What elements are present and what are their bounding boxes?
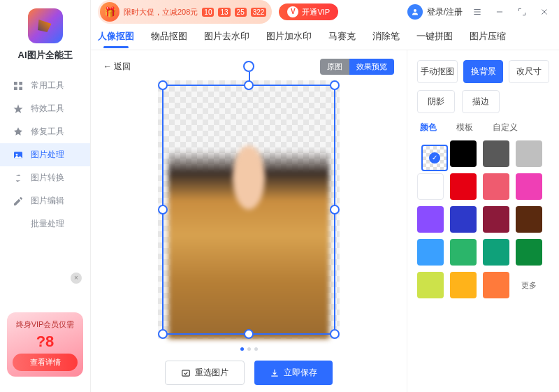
tab-compress[interactable]: 图片压缩 [470, 24, 506, 50]
handle-br[interactable] [330, 329, 340, 339]
subtab-template[interactable]: 模板 [456, 122, 473, 133]
sale-banner[interactable]: 🎁 限时大促，立减208元 10 13 25 322 [98, 0, 272, 24]
promo-price: ?8 [13, 333, 78, 351]
save-button[interactable]: 立即保存 [254, 361, 333, 385]
color-swatch[interactable] [483, 206, 509, 233]
reselect-image-button[interactable]: 重选图片 [165, 361, 245, 385]
login-button[interactable]: 登录/注册 [407, 4, 463, 20]
tab-remove-watermark[interactable]: 图片去水印 [204, 24, 249, 50]
color-swatch[interactable] [417, 206, 444, 233]
nav-repair-tools[interactable]: 修复工具 [0, 120, 90, 143]
vip-button[interactable]: V开通VIP [279, 3, 338, 20]
color-swatch[interactable] [516, 239, 542, 266]
close-promo-icon[interactable]: × [71, 273, 82, 284]
svg-point-6 [414, 9, 416, 12]
chip-shadow[interactable]: 阴影 [417, 90, 455, 113]
canvas[interactable] [158, 80, 340, 339]
maximize-button[interactable] [514, 4, 530, 20]
tab-eraser[interactable]: 消除笔 [372, 24, 400, 50]
nav-image-convert[interactable]: 图片转换 [0, 166, 90, 189]
nav-label: 常用工具 [31, 80, 64, 92]
color-swatch[interactable] [450, 206, 477, 233]
nav-batch-process[interactable]: 批量处理 [0, 212, 90, 235]
save-label: 立即保存 [284, 367, 317, 379]
tab-portrait-cutout[interactable]: 人像抠图 [98, 24, 134, 50]
nav-image-process[interactable]: 图片处理 [0, 143, 90, 166]
tool-tabs: 人像抠图 物品抠图 图片去水印 图片加水印 马赛克 消除笔 一键拼图 图片压缩 [91, 24, 559, 50]
color-swatch[interactable] [421, 145, 448, 171]
promo-card[interactable]: 终身VIP会员仅需 ?8 查看详情 [7, 312, 83, 377]
tab-collage[interactable]: 一键拼图 [416, 24, 453, 50]
nav-label: 图片编辑 [31, 195, 64, 207]
vip-badge-icon: V [287, 6, 298, 17]
page-dots [240, 347, 258, 351]
countdown-1: 13 [218, 8, 230, 17]
subtab-custom[interactable]: 自定义 [493, 122, 518, 133]
login-label: 登录/注册 [427, 6, 463, 18]
avatar-icon [407, 4, 423, 20]
color-swatch[interactable] [417, 239, 444, 266]
handle-bl[interactable] [158, 329, 168, 339]
nav-label: 图片处理 [31, 149, 64, 161]
color-swatch[interactable] [483, 173, 509, 200]
sale-text: 限时大促，立减208元 [124, 7, 198, 17]
nav-label: 修复工具 [31, 126, 64, 138]
handle-t[interactable] [244, 80, 254, 90]
color-swatch[interactable] [516, 140, 542, 167]
color-swatch[interactable] [417, 173, 444, 200]
app-logo [28, 8, 63, 43]
color-swatch[interactable] [417, 272, 444, 298]
rotate-handle[interactable] [243, 61, 254, 72]
promo-details-button[interactable]: 查看详情 [13, 354, 78, 371]
minimize-button[interactable] [492, 4, 507, 20]
tab-mosaic[interactable]: 马赛克 [328, 24, 356, 50]
nav-image-edit[interactable]: 图片编辑 [0, 189, 90, 212]
chip-resize[interactable]: 改尺寸 [509, 60, 549, 83]
handle-l[interactable] [158, 205, 168, 215]
close-button[interactable] [537, 4, 552, 20]
svg-point-5 [16, 154, 18, 156]
view-original[interactable]: 原图 [320, 59, 349, 75]
countdown-2: 25 [235, 8, 247, 17]
nav-common-tools[interactable]: 常用工具 [0, 74, 90, 97]
view-preview[interactable]: 效果预览 [349, 59, 394, 75]
gift-icon: 🎁 [100, 2, 119, 22]
svg-rect-0 [14, 82, 17, 85]
svg-rect-2 [14, 87, 17, 90]
handle-b[interactable] [244, 329, 254, 339]
color-swatches: 更多 [417, 140, 549, 298]
reselect-label: 重选图片 [195, 367, 228, 379]
more-colors-button[interactable]: 更多 [516, 272, 542, 298]
chip-change-bg[interactable]: 换背景 [463, 60, 504, 83]
nav-effects-tools[interactable]: 特效工具 [0, 97, 90, 120]
vip-label: 开通VIP [302, 7, 330, 17]
color-swatch[interactable] [516, 173, 542, 200]
color-swatch[interactable] [483, 239, 509, 266]
tab-object-cutout[interactable]: 物品抠图 [151, 24, 187, 50]
nav-label: 图片转换 [31, 172, 64, 184]
nav-label: 特效工具 [31, 103, 64, 115]
svg-rect-7 [182, 370, 190, 375]
handle-r[interactable] [330, 205, 340, 215]
tab-add-watermark[interactable]: 图片加水印 [266, 24, 312, 50]
color-swatch[interactable] [450, 173, 477, 200]
color-swatch[interactable] [450, 140, 477, 167]
selection-box[interactable] [162, 85, 335, 335]
promo-title: 终身VIP会员仅需 [13, 319, 78, 330]
chip-manual-cutout[interactable]: 手动抠图 [417, 60, 458, 83]
color-swatch[interactable] [450, 272, 477, 298]
color-swatch[interactable] [483, 272, 509, 298]
chip-stroke[interactable]: 描边 [462, 90, 500, 113]
svg-rect-3 [19, 87, 22, 90]
countdown-3: 322 [251, 8, 267, 17]
nav-label: 批量处理 [31, 218, 64, 230]
subtab-color[interactable]: 颜色 [420, 122, 437, 133]
back-button[interactable]: ← 返回 [103, 61, 131, 73]
color-swatch[interactable] [450, 239, 477, 266]
handle-tr[interactable] [330, 80, 340, 90]
svg-rect-1 [19, 82, 22, 85]
color-swatch[interactable] [483, 140, 509, 167]
menu-button[interactable] [470, 4, 485, 20]
handle-tl[interactable] [158, 80, 168, 90]
color-swatch[interactable] [516, 206, 542, 233]
